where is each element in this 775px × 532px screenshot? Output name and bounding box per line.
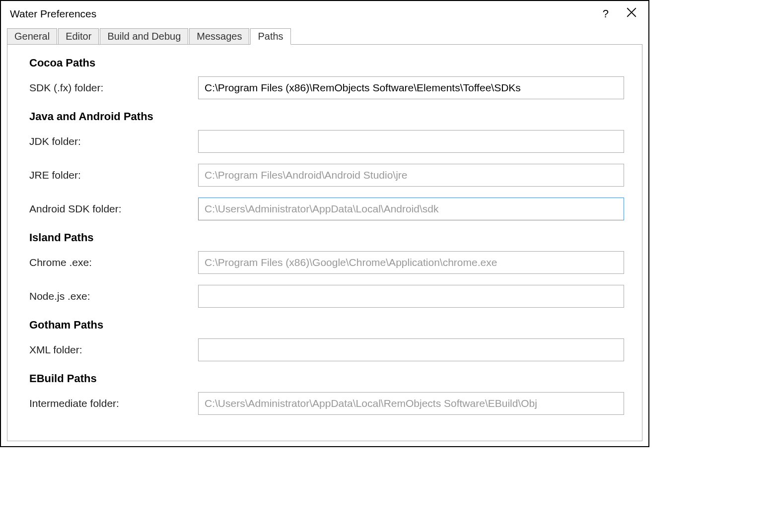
row-intermediate-folder: Intermediate folder: [29,392,624,415]
section-island-header: Island Paths [29,231,624,244]
row-node-exe: Node.js .exe: [29,285,624,308]
input-sdk-folder[interactable] [198,76,624,99]
tab-messages[interactable]: Messages [189,28,249,45]
close-icon[interactable] [627,7,641,20]
tab-build-debug[interactable]: Build and Debug [100,28,188,45]
input-android-sdk-folder[interactable] [198,198,624,220]
section-gotham-header: Gotham Paths [29,319,624,332]
tab-paths[interactable]: Paths [250,28,290,45]
label-chrome-exe: Chrome .exe: [29,257,198,268]
tab-editor[interactable]: Editor [58,28,99,45]
row-xml-folder: XML folder: [29,338,624,361]
label-xml-folder: XML folder: [29,344,198,356]
titlebar: Water Preferences ? [1,1,648,25]
input-jdk-folder[interactable] [198,130,624,153]
label-node-exe: Node.js .exe: [29,290,198,302]
input-chrome-exe[interactable] [198,251,624,274]
label-jre-folder: JRE folder: [29,169,198,181]
input-jre-folder[interactable] [198,164,624,187]
input-intermediate-folder[interactable] [198,392,624,415]
preferences-window: Water Preferences ? General Editor Build… [0,0,649,447]
tab-general[interactable]: General [7,28,57,45]
tabstrip: General Editor Build and Debug Messages … [1,25,648,44]
label-android-sdk-folder: Android SDK folder: [29,203,198,215]
row-chrome-exe: Chrome .exe: [29,251,624,274]
titlebar-controls: ? [603,7,641,20]
section-ebuild-header: EBuild Paths [29,372,624,385]
help-icon[interactable]: ? [603,7,609,20]
tab-panel-paths: Cocoa Paths SDK (.fx) folder: Java and A… [7,44,642,441]
label-jdk-folder: JDK folder: [29,135,198,147]
label-intermediate-folder: Intermediate folder: [29,398,198,409]
section-cocoa-header: Cocoa Paths [29,57,624,69]
input-node-exe[interactable] [198,285,624,308]
input-xml-folder[interactable] [198,338,624,361]
row-jre-folder: JRE folder: [29,164,624,187]
row-android-sdk-folder: Android SDK folder: [29,198,624,220]
label-sdk-folder: SDK (.fx) folder: [29,82,198,94]
section-java-header: Java and Android Paths [29,110,624,123]
row-sdk-folder: SDK (.fx) folder: [29,76,624,99]
row-jdk-folder: JDK folder: [29,130,624,153]
window-title: Water Preferences [10,8,96,20]
